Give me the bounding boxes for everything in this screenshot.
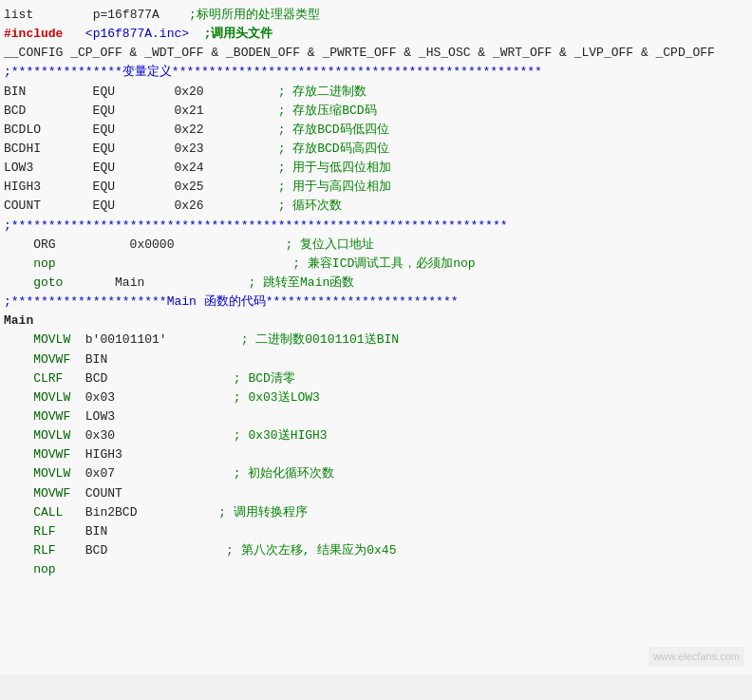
code-line: MOVLW b'00101101' ; 二进制数00101101送BIN <box>4 331 744 350</box>
code-token: b'00101101' <box>70 331 166 350</box>
code-line: ;*********************Main 函数的代码********… <box>4 293 744 312</box>
code-line: MOVLW 0x07 ; 初始化循环次数 <box>4 464 744 483</box>
code-token: <p16f877A.inc> <box>63 25 189 44</box>
code-token: ; BCD清零 <box>107 369 295 388</box>
code-token: 0x03 <box>70 388 115 407</box>
code-token: ; <box>4 63 11 82</box>
code-line: HIGH3 EQU 0x25 ; 用于与高四位相加 <box>4 178 744 197</box>
code-token: Main <box>4 312 33 331</box>
code-token: ; 跳转至Main函数 <box>144 274 354 293</box>
code-token: 0x0000 <box>56 236 175 255</box>
code-line: RLF BCD ; 第八次左移, 结果应为0x45 <box>4 541 744 560</box>
code-token: LOW3 <box>70 407 115 426</box>
code-token: ; 用于与低四位相加 <box>204 159 392 178</box>
code-token: ********************* <box>11 293 167 312</box>
code-token: CALL <box>4 503 63 522</box>
code-token: *** <box>520 63 542 82</box>
code-token: ; 存放压缩BCD码 <box>204 102 377 121</box>
code-token: ; 存放BCD码低四位 <box>204 121 389 140</box>
code-token: MOVWF <box>4 350 70 369</box>
code-token: HIGH3 <box>70 445 122 464</box>
code-token: MOVLW <box>4 426 70 445</box>
code-token: EQU <box>41 121 115 140</box>
code-token: ; 调用转换程序 <box>137 503 307 522</box>
code-token: 0x20 <box>115 83 204 102</box>
code-line: MOVLW 0x30 ; 0x30送HIGH3 <box>4 426 744 445</box>
code-token: MOVWF <box>4 445 70 464</box>
code-line: BCD EQU 0x21 ; 存放压缩BCD码 <box>4 102 744 121</box>
code-line: ;***************变量定义********************… <box>4 63 744 82</box>
code-token: ; <box>4 217 11 236</box>
code-editor: list p=16f877A ;标明所用的处理器类型#include <p16f… <box>0 0 752 674</box>
code-line: __CONFIG _CP_OFF & _WDT_OFF & _BODEN_OFF… <box>4 44 744 63</box>
code-token: ****************************************… <box>11 217 478 236</box>
code-token: #include <box>4 25 63 44</box>
code-line: LOW3 EQU 0x24 ; 用于与低四位相加 <box>4 159 744 178</box>
code-token: CLRF <box>4 369 63 388</box>
code-token: ; 0x03送LOW3 <box>115 388 320 407</box>
code-token: ; 0x30送HIGH3 <box>115 426 328 445</box>
code-line: nop ; 兼容ICD调试工具，必须加nop <box>4 255 744 274</box>
watermark: www.elecfans.com <box>649 647 744 667</box>
code-token: 0x26 <box>115 197 204 216</box>
code-token: list <box>4 6 33 25</box>
code-token: ; <box>4 293 11 312</box>
code-token: EQU <box>26 83 115 102</box>
code-token: BCDHI <box>4 140 41 159</box>
code-token: Main 函数的代码 <box>167 293 266 312</box>
code-token: goto <box>4 274 63 293</box>
code-token: p=16f877A <box>33 6 160 25</box>
code-token: MOVWF <box>4 407 70 426</box>
code-token: BCDLO <box>4 121 41 140</box>
code-line: #include <p16f877A.inc> ;调用头文件 <box>4 25 744 44</box>
code-token: MOVLW <box>4 388 70 407</box>
code-token: LOW3 <box>4 159 33 178</box>
code-token: BIN <box>70 350 107 369</box>
code-token: MOVLW <box>4 331 70 350</box>
code-token: MOVLW <box>4 464 70 483</box>
code-line: BCDLO EQU 0x22 ; 存放BCD码低四位 <box>4 121 744 140</box>
code-line: CLRF BCD ; BCD清零 <box>4 369 744 388</box>
code-token: **** <box>478 217 507 236</box>
code-token: ************************** <box>266 293 459 312</box>
code-token: *************** <box>11 63 122 82</box>
code-token: __CONFIG _CP_OFF & _WDT_OFF & _BODEN_OFF… <box>4 44 715 63</box>
code-token: 0x07 <box>70 464 115 483</box>
code-line: MOVWF COUNT <box>4 484 744 503</box>
code-token: COUNT <box>70 484 122 503</box>
code-line: BCDHI EQU 0x23 ; 存放BCD码高四位 <box>4 140 744 159</box>
code-line: CALL Bin2BCD ; 调用转换程序 <box>4 503 744 522</box>
code-token: BCD <box>4 102 26 121</box>
code-token: Main <box>63 274 144 293</box>
code-token: BCD <box>63 369 107 388</box>
code-line: RLF BIN <box>4 522 744 541</box>
code-token: ; 循环次数 <box>204 197 343 216</box>
code-line: goto Main ; 跳转至Main函数 <box>4 274 744 293</box>
code-line: COUNT EQU 0x26 ; 循环次数 <box>4 197 744 216</box>
code-line: MOVWF LOW3 <box>4 407 744 426</box>
code-token: Bin2BCD <box>63 503 137 522</box>
code-token: RLF <box>4 522 56 541</box>
code-token: ; 初始化循环次数 <box>115 464 334 483</box>
code-token: nop <box>4 560 56 579</box>
code-token: MOVWF <box>4 484 70 503</box>
code-token: HIGH3 <box>4 178 41 197</box>
code-token: 0x22 <box>115 121 204 140</box>
code-token: nop <box>4 255 56 274</box>
code-token: EQU <box>41 197 115 216</box>
code-token: 变量定义 <box>122 63 172 82</box>
code-token: EQU <box>41 140 115 159</box>
code-token: ; 复位入口地址 <box>174 236 374 255</box>
code-token: ; 用于与高四位相加 <box>204 178 392 197</box>
code-token: COUNT <box>4 197 41 216</box>
code-line: ORG 0x0000 ; 复位入口地址 <box>4 236 744 255</box>
code-token: RLF <box>4 541 56 560</box>
code-token: ; 二进制数00101101送BIN <box>167 331 399 350</box>
code-line: nop <box>4 560 744 579</box>
code-line: list p=16f877A ;标明所用的处理器类型 <box>4 6 744 25</box>
code-token: BCD <box>56 541 108 560</box>
code-token: ;调用头文件 <box>189 25 273 44</box>
code-token: 0x25 <box>115 178 204 197</box>
code-token: 0x24 <box>115 159 204 178</box>
code-line: MOVLW 0x03 ; 0x03送LOW3 <box>4 388 744 407</box>
